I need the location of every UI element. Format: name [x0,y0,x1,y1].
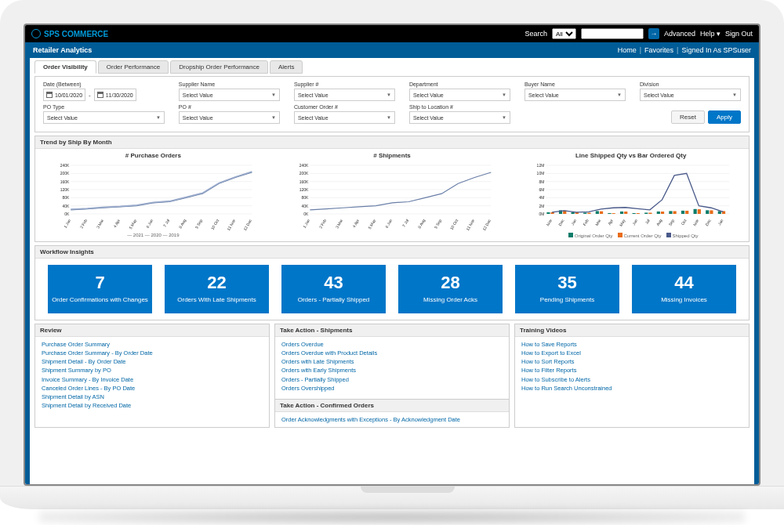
svg-text:Nov: Nov [692,218,700,226]
svg-text:8 Aug: 8 Aug [416,218,426,229]
reset-button[interactable]: Reset [671,110,705,124]
buyer-name-select[interactable]: Select Value▼ [524,89,626,101]
kpi-label: Orders - Partially Shipped [285,296,383,304]
search-input[interactable] [581,28,644,39]
trend-panel: Trend by Ship By Month # Purchase Orders… [34,136,750,242]
ship-to-select[interactable]: Select Value▼ [409,111,510,124]
svg-text:12 Dec: 12 Dec [242,218,252,231]
search-scope-select[interactable]: All [552,28,576,39]
report-link[interactable]: Orders Overdue [281,340,503,349]
apply-button[interactable]: Apply [708,110,741,124]
kpi-tile[interactable]: 22Orders With Late Shipments [165,265,269,313]
kpi-tile[interactable]: 28Missing Order Acks [398,265,503,313]
chart: Line Shipped Qty vs Bar Ordered Qty0M2M4… [519,152,742,238]
report-link[interactable]: Shipment Summary by PO [42,366,263,375]
department-select[interactable]: Select Value▼ [409,89,510,101]
report-link[interactable]: Order Acknowledgments with Exceptions - … [281,415,503,424]
report-link[interactable]: Purchase Order Summary - By Order Date [42,349,263,357]
appbar: Retailer Analytics Home | Favorites | Si… [25,42,759,58]
filter-panel: Date (Between) 10/01/2020 - 11/30/2020 S… [34,76,750,132]
kpi-label: Pending Shipments [518,296,616,304]
home-link[interactable]: Home [618,46,637,54]
report-link[interactable]: Orders with Late Shipments [281,357,503,366]
kpi-tile[interactable]: 44Missing Invoices [632,265,736,313]
signed-in-label: Signed In As SPSuser [681,46,751,54]
chevron-down-icon: ▼ [387,92,391,97]
kpi-tile[interactable]: 7Order Confirmations with Changes [48,265,152,313]
help-menu[interactable]: Help ▾ [700,30,720,38]
svg-text:5 May: 5 May [367,218,376,230]
tab-3[interactable]: Alerts [270,60,303,74]
svg-text:3 Mar: 3 Mar [334,218,343,229]
svg-text:Mar: Mar [594,218,602,226]
svg-rect-99 [588,213,591,214]
confirmed-header: Take Action - Confirmed Orders [275,400,509,412]
svg-text:120K: 120K [60,187,70,192]
workflow-header: Workflow Insights [35,246,749,259]
svg-text:Aug: Aug [655,218,663,226]
report-link[interactable]: Shipment Detail - By Order Date [42,357,263,366]
po-type-select[interactable]: Select Value▼ [43,111,165,124]
chevron-down-icon: ▼ [156,115,161,120]
po-no-select[interactable]: Select Value▼ [179,111,280,124]
favorites-link[interactable]: Favorites [644,46,673,54]
report-link[interactable]: How to Export to Excel [521,349,742,357]
tab-0[interactable]: Order Visibility [34,60,96,74]
svg-text:7 Jul: 7 Jul [401,219,408,228]
svg-text:6M: 6M [539,187,545,192]
report-link[interactable]: How to Save Reports [521,340,742,349]
chevron-down-icon: ▼ [502,115,506,120]
signout-link[interactable]: Sign Out [725,30,753,38]
svg-text:3 Mar: 3 Mar [96,218,105,229]
advanced-link[interactable]: Advanced [664,30,695,38]
report-link[interactable]: Orders Overdue with Product Details [281,349,503,357]
page-title: Retailer Analytics [33,46,92,54]
tab-1[interactable]: Order Performance [98,60,169,74]
report-link[interactable]: Shipment Detail by Received Date [42,401,263,410]
svg-text:200K: 200K [60,171,70,176]
report-link[interactable]: How to Sort Reports [521,357,742,366]
supplier-name-select[interactable]: Select Value▼ [179,89,280,101]
svg-rect-85 [596,211,599,214]
report-link[interactable]: How to Subscribe to Alerts [521,375,742,384]
report-link[interactable]: Orders with Early Shipments [281,366,503,375]
report-link[interactable]: Orders Overshipped [281,384,503,393]
report-link[interactable]: Canceled Order Lines - By PO Date [42,384,263,393]
svg-text:1 Jan: 1 Jan [63,218,71,229]
report-link[interactable]: How to Run Search Unconstrained [521,384,742,393]
workflow-panel: Workflow Insights 7Order Confirmations w… [34,245,750,320]
search-go-button[interactable]: → [648,28,659,39]
svg-rect-103 [637,213,640,214]
svg-text:Dec: Dec [704,218,712,226]
svg-text:240K: 240K [299,163,308,168]
svg-text:4 Apr: 4 Apr [112,218,121,228]
svg-text:200K: 200K [299,171,308,176]
svg-text:1 Jan: 1 Jan [302,218,310,229]
report-link[interactable]: How to Filter Reports [521,366,742,375]
svg-text:4 Apr: 4 Apr [351,218,360,228]
review-header: Review [35,324,269,337]
svg-text:0K: 0K [64,212,70,216]
svg-text:11 Nov: 11 Nov [226,218,236,231]
chart-title: # Purchase Orders [42,152,265,159]
svg-text:May: May [619,218,626,227]
division-select[interactable]: Select Value▼ [640,89,741,101]
kpi-tile[interactable]: 35Pending Shipments [515,265,619,313]
chevron-down-icon: ▼ [271,92,276,97]
report-link[interactable]: Shipment Detail by ASN [42,393,263,401]
customer-order-select[interactable]: Select Value▼ [294,111,395,124]
kpi-tile[interactable]: 43Orders - Partially Shipped [281,265,386,313]
tab-2[interactable]: Dropship Order Performance [170,60,268,74]
svg-text:160K: 160K [60,179,70,184]
supplier-no-select[interactable]: Select Value▼ [294,89,395,101]
date-to-input[interactable]: 11/30/2020 [94,89,136,101]
report-link[interactable]: Orders - Partially Shipped [281,375,503,384]
date-from-input[interactable]: 10/01/2020 [43,89,85,101]
report-link[interactable]: Invoice Summary - By Invoice Date [42,375,263,384]
report-link[interactable]: Purchase Order Summary [42,340,263,349]
svg-text:2M: 2M [539,204,545,208]
svg-text:Jun: Jun [631,218,638,226]
kpi-value: 7 [51,273,149,293]
chevron-down-icon: ▼ [271,115,276,120]
svg-rect-102 [624,212,627,214]
